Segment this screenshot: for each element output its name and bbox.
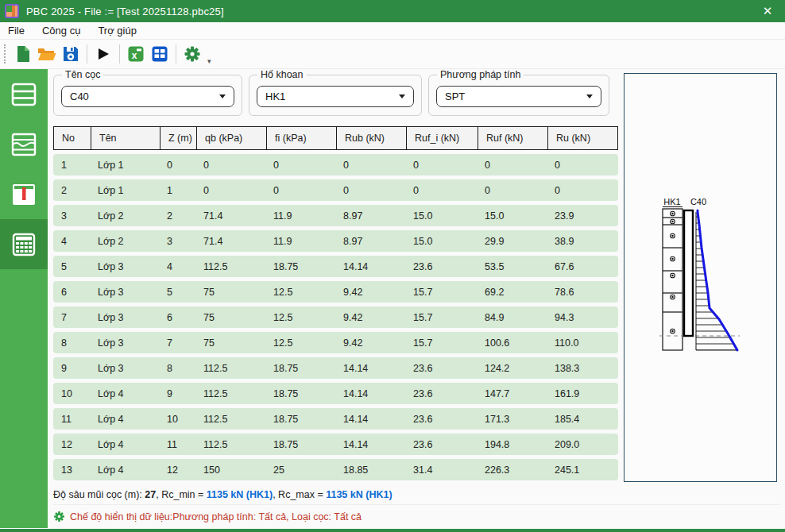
- menu-item[interactable]: Công cụ: [33, 22, 89, 39]
- menu-item[interactable]: Trợ giúp: [89, 22, 145, 39]
- cell-fi: 0: [265, 179, 335, 201]
- column-header: Tên: [91, 127, 160, 149]
- table-row[interactable]: 11 Lớp 4 10 112.5 18.75 14.14 23.6 171.3…: [53, 408, 618, 430]
- app-icon: [5, 4, 19, 18]
- chevron-down-icon: [219, 94, 226, 98]
- borehole-select[interactable]: HK1: [257, 86, 414, 107]
- save-button[interactable]: [60, 43, 82, 65]
- cell-fi: 18.75: [265, 383, 335, 404]
- toolbar-overflow-button[interactable]: ▾: [207, 58, 211, 65]
- sidebar-item-soil-layers[interactable]: [0, 119, 48, 169]
- cell-z: 10: [159, 408, 195, 430]
- open-file-button[interactable]: [36, 43, 58, 65]
- table-row[interactable]: 2 Lớp 1 1 0 0 0 0 0 0: [53, 179, 618, 201]
- cell-ruf-i: 15.0: [405, 230, 477, 252]
- cell-ruf: 147.7: [477, 383, 547, 404]
- borehole-groupbox: Hố khoan HK1: [249, 75, 422, 116]
- export-excel-button[interactable]: x: [125, 43, 147, 65]
- close-icon[interactable]: ✕: [750, 0, 785, 22]
- toolbar: x ▾: [0, 40, 785, 69]
- gear-icon: [53, 511, 65, 522]
- cell-ruf-i: 15.7: [405, 332, 477, 353]
- cell-rub: 14.14: [335, 408, 405, 430]
- cell-qb: 71.4: [195, 205, 265, 226]
- toolbar-separator: [119, 44, 120, 64]
- table-row[interactable]: 13 Lớp 4 12 150 25 18.85 31.4 226.3 245.…: [53, 459, 618, 480]
- cell-fi: 12.5: [265, 281, 335, 303]
- table-row[interactable]: 5 Lớp 3 4 112.5 18.75 14.14 23.6 53.5 67…: [53, 256, 618, 277]
- sidebar-item-pile-section[interactable]: [0, 169, 48, 219]
- cell-qb: 112.5: [195, 256, 265, 277]
- chevron-down-icon: [586, 94, 593, 98]
- cell-ruf: 100.6: [477, 332, 547, 353]
- menu-item[interactable]: File: [6, 22, 33, 39]
- rc-max-label: , Rc_max =: [273, 489, 326, 500]
- cell-no: 9: [53, 357, 90, 379]
- cell-z: 8: [159, 357, 195, 379]
- table-row[interactable]: 12 Lớp 4 11 112.5 18.75 14.14 23.6 194.8…: [53, 434, 618, 455]
- cell-ruf-i: 23.6: [405, 256, 477, 277]
- settings-button[interactable]: [181, 43, 203, 65]
- cell-ruf-i: 23.6: [405, 357, 477, 379]
- sidebar-item-results-table[interactable]: [0, 219, 48, 269]
- cell-rub: 9.42: [335, 332, 405, 353]
- table-row[interactable]: 1 Lớp 1 0 0 0 0 0 0 0: [53, 154, 618, 175]
- cell-ruf: 171.3: [477, 408, 547, 430]
- cell-fi: 18.75: [265, 256, 335, 277]
- cell-qb: 71.4: [195, 230, 265, 252]
- cell-no: 7: [53, 306, 90, 328]
- sidebar-item-soil-list[interactable]: [0, 69, 48, 119]
- cell-z: 5: [159, 281, 195, 303]
- cell-z: 1: [159, 179, 195, 201]
- cell-ru: 0: [547, 154, 618, 175]
- method-select[interactable]: SPT: [436, 86, 601, 107]
- cell-ruf: 15.0: [477, 205, 547, 226]
- borehole-label-text: HK1: [663, 197, 680, 206]
- table-row[interactable]: 3 Lớp 2 2 71.4 11.9 8.97 15.0 15.0 23.9: [53, 205, 618, 226]
- cell-ru: 185.4: [547, 408, 618, 430]
- app-window: PBC 2025 - File := [Test 20251128.pbc25]…: [0, 0, 785, 532]
- cell-ruf: 124.2: [477, 357, 547, 379]
- cell-no: 12: [53, 434, 90, 455]
- cell-ruf-i: 15.0: [405, 205, 477, 226]
- run-button[interactable]: [92, 43, 114, 65]
- cell-ruf: 69.2: [477, 281, 547, 303]
- toolbar-grip-icon: [4, 44, 6, 64]
- cell-z: 6: [159, 306, 195, 328]
- cell-fi: 18.75: [265, 408, 335, 430]
- cell-ten: Lớp 2: [90, 205, 159, 226]
- cell-ten: Lớp 4: [90, 383, 159, 404]
- cell-z: 3: [159, 230, 195, 252]
- results-table: NoTênZ (m)qb (kPa)fi (kPa)Rub (kN)Ruf_i …: [53, 126, 618, 484]
- table-row[interactable]: 9 Lớp 3 8 112.5 18.75 14.14 23.6 124.2 1…: [53, 357, 618, 379]
- table-row[interactable]: 4 Lớp 2 3 71.4 11.9 8.97 15.0 29.9 38.9: [53, 230, 618, 252]
- table-row[interactable]: 7 Lớp 3 6 75 12.5 9.42 15.7 84.9 94.3: [53, 306, 618, 328]
- table-header: NoTênZ (m)qb (kPa)fi (kPa)Rub (kN)Ruf_i …: [53, 126, 618, 150]
- pile-name-select[interactable]: C40: [61, 86, 234, 107]
- cell-z: 9: [159, 383, 195, 404]
- table-row[interactable]: 10 Lớp 4 9 112.5 18.75 14.14 23.6 147.7 …: [53, 383, 618, 404]
- cell-rub: 0: [335, 179, 405, 201]
- column-header: Ruf_i (kN): [406, 127, 478, 149]
- chevron-down-icon: [399, 94, 405, 98]
- cell-no: 5: [53, 256, 90, 277]
- cell-qb: 112.5: [195, 434, 265, 455]
- table-row[interactable]: 6 Lớp 3 5 75 12.5 9.42 15.7 69.2 78.6: [53, 281, 618, 303]
- cell-no: 8: [53, 332, 90, 353]
- pile-name-value: C40: [70, 91, 89, 102]
- cell-no: 1: [53, 154, 90, 175]
- rc-max-value: 1135 kN (HK1): [326, 489, 392, 500]
- column-header: Rub (kN): [336, 127, 406, 149]
- display-mode-value: Phương pháp tính: Tất cả, Loại cọc: Tất …: [172, 511, 362, 522]
- depth-label: Độ sâu mũi cọc (m):: [53, 489, 145, 500]
- table-view-button[interactable]: [149, 43, 171, 65]
- cell-no: 11: [53, 408, 90, 430]
- pile-capacity-diagram: HK1 C40: [625, 74, 776, 481]
- table-row[interactable]: 8 Lớp 3 7 75 12.5 9.42 15.7 100.6 110.0: [53, 332, 618, 353]
- cell-ten: Lớp 3: [90, 306, 159, 328]
- cell-qb: 0: [195, 179, 265, 201]
- new-file-button[interactable]: [12, 43, 34, 65]
- cell-ten: Lớp 1: [90, 154, 159, 175]
- save-floppy-icon: [63, 46, 79, 62]
- cell-ruf: 0: [477, 179, 547, 201]
